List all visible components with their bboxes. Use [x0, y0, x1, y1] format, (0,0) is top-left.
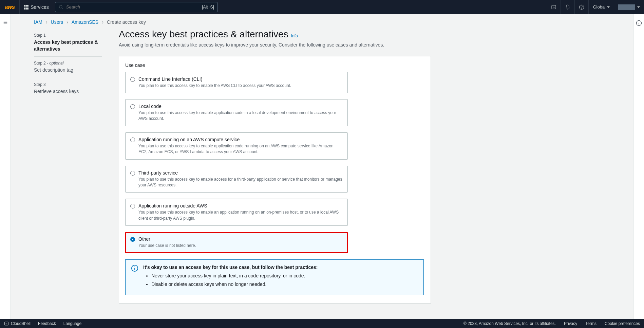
svg-point-5 [582, 8, 582, 8]
help-icon [579, 4, 584, 10]
chevron-down-icon [607, 6, 610, 8]
services-label: Services [31, 4, 49, 10]
svg-point-0 [59, 5, 62, 8]
help-button[interactable] [574, 0, 588, 14]
services-menu-button[interactable]: Services [20, 0, 53, 14]
account-name-redacted [618, 4, 635, 10]
account-menu[interactable] [614, 0, 644, 14]
search-icon [59, 5, 63, 10]
region-selector[interactable]: Global [588, 0, 614, 14]
region-label: Global [593, 4, 606, 10]
bell-icon [565, 4, 570, 10]
chevron-down-icon [637, 6, 640, 8]
top-nav: aws Services [Alt+S] Global [0, 0, 644, 14]
search-input[interactable] [66, 4, 214, 10]
aws-logo[interactable]: aws [0, 0, 20, 14]
terminal-icon [551, 4, 556, 10]
svg-line-1 [62, 7, 63, 9]
aws-logo-text: aws [5, 4, 15, 10]
cloudshell-nav-button[interactable] [547, 0, 561, 14]
search-shortcut-hint: [Alt+S] [202, 5, 214, 10]
global-search[interactable]: [Alt+S] [55, 2, 218, 12]
grid-icon [24, 5, 29, 10]
notifications-button[interactable] [561, 0, 574, 14]
